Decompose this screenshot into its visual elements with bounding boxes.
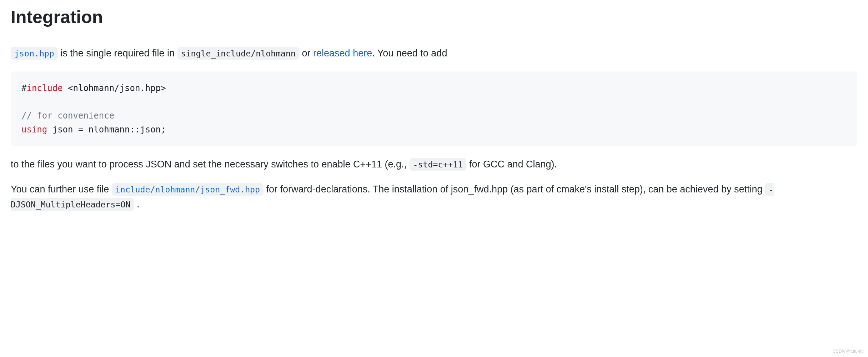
text-fragment: for GCC and Clang).	[466, 159, 557, 170]
text-fragment: You can further use file	[11, 184, 112, 195]
text-fragment: .	[134, 199, 140, 210]
code-token-include: include	[26, 83, 62, 93]
code-single-include: single_include/nlohmann	[177, 47, 300, 60]
code-block-include: #include <nlohmann/json.hpp> // for conv…	[11, 71, 857, 146]
code-token-header-path: <nlohmann/json.hpp>	[63, 83, 166, 93]
paragraph-fwd: You can further use file include/nlohman…	[11, 182, 857, 212]
code-std-flag: -std=c++11	[410, 158, 467, 171]
text-fragment: or	[299, 48, 313, 59]
paragraph-intro: json.hpp is the single required file in …	[11, 46, 857, 61]
text-fragment: to the files you want to process JSON an…	[11, 159, 410, 170]
link-released-here[interactable]: released here	[313, 48, 372, 59]
text-fragment: for forward-declarations. The installati…	[264, 184, 765, 195]
code-json-fwd-hpp: include/nlohmann/json_fwd.hpp	[112, 183, 264, 196]
code-token-hash: #	[21, 83, 26, 93]
code-token-using: using	[21, 125, 47, 135]
text-fragment: is the single required file in	[58, 48, 177, 59]
section-heading: Integration	[11, 4, 857, 36]
text-fragment: . You need to add	[372, 48, 447, 59]
paragraph-switches: to the files you want to process JSON an…	[11, 157, 857, 172]
code-json-hpp: json.hpp	[11, 47, 58, 60]
code-token-using-rest: json = nlohmann::json;	[47, 125, 166, 135]
code-token-comment: // for convenience	[21, 111, 114, 121]
